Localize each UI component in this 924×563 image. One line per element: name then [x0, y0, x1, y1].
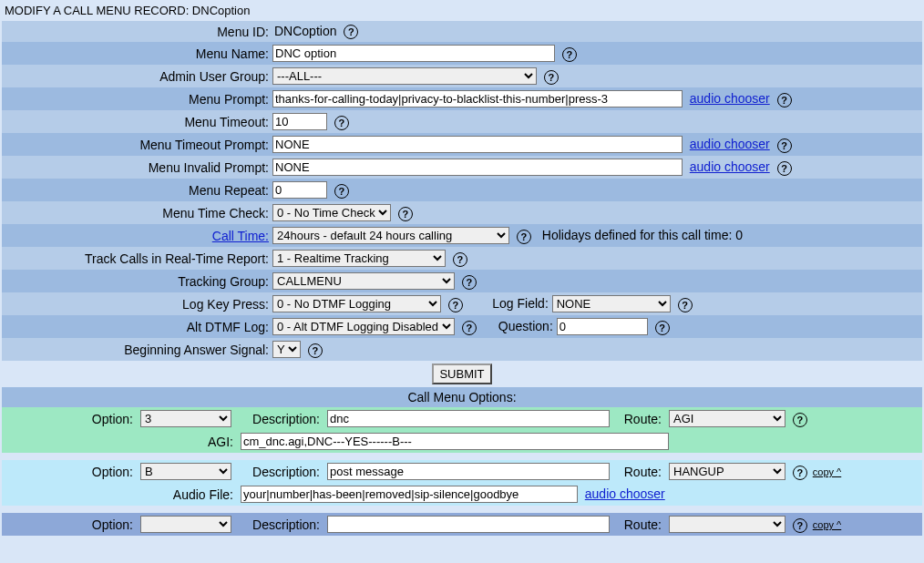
- beginning-answer-signal-select[interactable]: Y: [272, 341, 301, 358]
- help-icon[interactable]: ?: [544, 70, 559, 85]
- option-label: Option:: [2, 513, 137, 536]
- menu-timeout-input[interactable]: [272, 113, 327, 130]
- menu-prompt-label: Menu Prompt:: [2, 87, 271, 110]
- route-select[interactable]: AGI: [669, 410, 785, 427]
- route-label: Route:: [615, 460, 665, 483]
- route-label: Route:: [615, 513, 665, 536]
- audio-chooser-link[interactable]: audio chooser: [585, 486, 665, 501]
- menu-name-input[interactable]: [272, 45, 555, 62]
- audio-chooser-link[interactable]: audio chooser: [690, 137, 770, 151]
- menu-time-check-select[interactable]: 0 - No Time Check: [272, 204, 391, 221]
- help-icon[interactable]: ?: [453, 252, 467, 267]
- agi-input[interactable]: [241, 433, 669, 450]
- description-label: Description:: [237, 407, 323, 430]
- menu-prompt-input[interactable]: [272, 90, 683, 107]
- help-icon[interactable]: ?: [308, 343, 323, 358]
- log-key-press-select[interactable]: 0 - No DTMF Logging: [272, 295, 441, 312]
- tracking-group-select[interactable]: CALLMENU: [272, 272, 455, 290]
- help-icon[interactable]: ?: [777, 161, 792, 176]
- track-calls-label: Track Calls in Real-Time Report:: [2, 247, 271, 270]
- help-icon[interactable]: ?: [655, 321, 670, 335]
- help-icon[interactable]: ?: [777, 138, 792, 153]
- option-select[interactable]: B: [140, 463, 231, 480]
- help-icon[interactable]: ?: [334, 184, 349, 199]
- log-field-label: Log Field:: [467, 296, 549, 311]
- help-icon[interactable]: ?: [777, 93, 792, 107]
- option-label: Option:: [2, 407, 137, 430]
- help-icon[interactable]: ?: [334, 116, 349, 130]
- menu-id-label: Menu ID:: [2, 21, 271, 42]
- audio-chooser-link[interactable]: audio chooser: [690, 91, 770, 106]
- call-time-label-link[interactable]: Call Time:: [212, 229, 269, 243]
- option-description-input[interactable]: [327, 463, 610, 480]
- alt-dtmf-log-label: Alt DTMF Log:: [2, 315, 271, 338]
- help-icon[interactable]: ?: [462, 321, 477, 335]
- holidays-text: Holidays defined for this call time: 0: [542, 228, 743, 242]
- help-icon[interactable]: ?: [678, 298, 693, 312]
- option-label: Option:: [2, 460, 137, 483]
- audio-file-label: Audio File:: [2, 483, 237, 506]
- help-icon[interactable]: ?: [462, 275, 477, 290]
- log-field-select[interactable]: NONE: [552, 295, 671, 312]
- call-time-select[interactable]: 24hours - default 24 hours calling: [272, 227, 509, 244]
- option-select[interactable]: [140, 516, 231, 533]
- question-input[interactable]: [557, 318, 648, 335]
- help-icon[interactable]: ?: [793, 466, 807, 480]
- page-title: MODIFY A CALL MENU RECORD: DNCoption: [2, 2, 922, 21]
- help-icon[interactable]: ?: [793, 518, 807, 533]
- route-select[interactable]: HANGUP: [669, 463, 785, 480]
- log-key-press-label: Log Key Press:: [2, 292, 271, 315]
- menu-invalid-prompt-label: Menu Invalid Prompt:: [2, 156, 271, 179]
- route-select[interactable]: [669, 516, 785, 533]
- tracking-group-label: Tracking Group:: [2, 270, 271, 292]
- option-description-input[interactable]: [327, 516, 610, 533]
- help-icon[interactable]: ?: [344, 25, 358, 39]
- description-label: Description:: [237, 460, 323, 483]
- option-description-input[interactable]: [327, 410, 610, 427]
- question-label: Question:: [480, 319, 553, 333]
- admin-user-group-select[interactable]: ---ALL---: [272, 67, 537, 85]
- help-icon[interactable]: ?: [398, 207, 413, 221]
- help-icon[interactable]: ?: [562, 47, 577, 62]
- alt-dtmf-log-select[interactable]: 0 - Alt DTMF Logging Disabled: [272, 318, 455, 335]
- option-select[interactable]: 3: [140, 410, 231, 427]
- menu-id-value: DNCoption: [272, 24, 336, 38]
- track-calls-select[interactable]: 1 - Realtime Tracking: [272, 250, 446, 267]
- route-label: Route:: [615, 407, 665, 430]
- menu-time-check-label: Menu Time Check:: [2, 201, 271, 224]
- copy-link[interactable]: copy ^: [813, 466, 841, 477]
- menu-repeat-label: Menu Repeat:: [2, 179, 271, 201]
- audio-file-input[interactable]: [241, 486, 578, 503]
- help-icon[interactable]: ?: [517, 230, 531, 244]
- call-menu-options-header: Call Menu Options:: [2, 387, 922, 407]
- agi-label: AGI:: [2, 430, 237, 453]
- help-icon[interactable]: ?: [793, 413, 807, 427]
- audio-chooser-link[interactable]: audio chooser: [690, 159, 770, 174]
- menu-timeout-prompt-input[interactable]: [272, 136, 683, 153]
- menu-invalid-prompt-input[interactable]: [272, 159, 683, 176]
- description-label: Description:: [237, 513, 323, 536]
- menu-timeout-label: Menu Timeout:: [2, 110, 271, 133]
- help-icon[interactable]: ?: [448, 298, 463, 312]
- copy-link[interactable]: copy ^: [813, 519, 841, 530]
- beginning-answer-signal-label: Beginning Answer Signal:: [2, 338, 271, 361]
- admin-user-group-label: Admin User Group:: [2, 65, 271, 87]
- submit-button[interactable]: [432, 363, 491, 384]
- menu-timeout-prompt-label: Menu Timeout Prompt:: [2, 133, 271, 156]
- menu-repeat-input[interactable]: [272, 181, 327, 199]
- menu-name-label: Menu Name:: [2, 42, 271, 65]
